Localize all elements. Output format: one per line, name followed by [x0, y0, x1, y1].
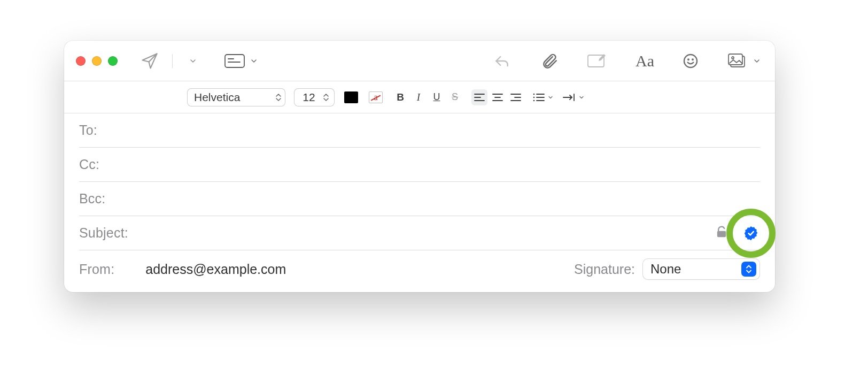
emoji-button[interactable] [678, 50, 703, 72]
strike-swatch-icon: a [369, 91, 383, 103]
black-swatch-icon [344, 91, 358, 103]
signing-button[interactable] [742, 224, 760, 242]
signature-label: Signature: [574, 262, 635, 277]
underline-button[interactable]: U [429, 89, 445, 105]
markup-icon [586, 52, 608, 70]
emoji-icon [682, 52, 699, 70]
stepper-icon [323, 93, 329, 102]
svg-point-4 [684, 55, 697, 67]
svg-point-6 [692, 59, 693, 60]
bcc-row[interactable]: Bcc: [79, 182, 760, 216]
text-style-group: B I U S [392, 89, 463, 105]
align-right-button[interactable] [508, 89, 524, 105]
window-controls [76, 56, 118, 66]
minimize-button[interactable] [92, 56, 102, 66]
from-value[interactable]: address@example.com [145, 262, 286, 277]
header-fields-button[interactable] [220, 50, 262, 72]
chevron-down-icon [578, 94, 585, 101]
svg-rect-8 [728, 54, 742, 65]
markup-button[interactable] [582, 50, 612, 72]
bcc-label: Bcc: [79, 191, 105, 207]
font-family-value: Helvetica [194, 91, 240, 104]
close-button[interactable] [76, 56, 86, 66]
chevron-down-icon [189, 57, 197, 65]
reply-button[interactable] [487, 50, 517, 72]
format-bar: Helvetica 12 a B I U [64, 81, 775, 113]
align-center-button[interactable] [490, 89, 506, 105]
list-icon [532, 93, 545, 102]
send-button[interactable] [136, 50, 164, 72]
strikethrough-button[interactable]: S [447, 89, 463, 105]
indent-icon [562, 93, 576, 102]
reply-icon [491, 52, 513, 70]
bold-button[interactable]: B [392, 89, 408, 105]
signed-seal-icon [743, 225, 759, 241]
svg-point-5 [688, 59, 689, 60]
to-label: To: [79, 123, 97, 138]
attach-button[interactable] [536, 50, 563, 72]
italic-button[interactable]: I [410, 89, 427, 105]
from-row: From: address@example.com Signature: Non… [79, 250, 760, 288]
indent-button[interactable] [562, 89, 585, 105]
text-format-icon: Aa [636, 52, 654, 70]
titlebar: Aa [64, 41, 775, 81]
alignment-group [471, 89, 524, 105]
cc-label: Cc: [79, 157, 99, 172]
media-icon [727, 52, 750, 70]
unlock-icon [714, 225, 729, 240]
photo-browser-button[interactable] [723, 50, 765, 72]
svg-point-23 [533, 100, 535, 101]
stepper-icon [741, 262, 756, 277]
font-family-select[interactable]: Helvetica [187, 88, 285, 106]
zoom-button[interactable] [108, 56, 118, 66]
signature-select[interactable]: None [642, 258, 760, 280]
align-center-icon [492, 93, 503, 102]
text-format-button[interactable]: Aa [631, 50, 658, 72]
align-right-icon [510, 93, 522, 102]
svg-point-19 [533, 93, 535, 95]
align-left-button[interactable] [471, 89, 487, 105]
signature-group: Signature: None [574, 258, 760, 280]
stepper-icon [275, 93, 282, 102]
send-icon [140, 51, 159, 71]
list-button[interactable] [532, 89, 554, 105]
subject-row[interactable]: Subject: [79, 216, 760, 250]
header-fields-icon [224, 53, 246, 69]
compose-window: Aa [64, 41, 775, 292]
paperclip-icon [540, 52, 559, 70]
send-options-menu[interactable] [181, 50, 205, 72]
chevron-down-icon [547, 94, 554, 101]
subject-label: Subject: [79, 225, 128, 241]
svg-rect-0 [225, 55, 244, 67]
background-color-button[interactable]: a [368, 89, 384, 105]
encryption-button[interactable] [714, 225, 729, 242]
toolbar-separator [172, 54, 173, 68]
from-label: From: [79, 262, 114, 277]
chevron-down-icon [753, 57, 761, 65]
svg-rect-27 [717, 231, 726, 237]
cc-row[interactable]: Cc: [79, 148, 760, 182]
font-size-value: 12 [303, 91, 315, 104]
font-size-select[interactable]: 12 [294, 88, 335, 106]
header-fields: To: Cc: Bcc: Subject: [64, 113, 775, 288]
signature-value: None [650, 262, 681, 277]
chevron-down-icon [250, 57, 258, 65]
svg-point-21 [533, 96, 535, 98]
text-color-button[interactable] [343, 89, 359, 105]
to-row[interactable]: To: [79, 113, 760, 148]
align-left-icon [474, 93, 485, 102]
